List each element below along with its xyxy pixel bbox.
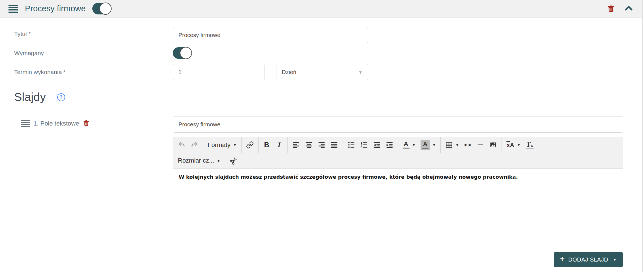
deadline-unit-select[interactable]: Dzień ▼	[276, 64, 368, 80]
chevron-down-icon: ▼	[432, 143, 436, 147]
drag-handle-icon[interactable]	[8, 5, 18, 13]
slide-item-content: Formaty▼BI123A▼A▼▼<>xA▼Tx Rozmiar cz...▼…	[173, 116, 623, 267]
toolbar-separator	[343, 137, 343, 153]
slide-item-row: 1. Pole tekstowe Formaty▼BI123A▼A▼▼<>xA▼…	[14, 116, 623, 267]
indent-icon	[386, 141, 393, 149]
font-size-button[interactable]: Rozmiar cz...▼	[175, 153, 223, 169]
outdent-button[interactable]	[370, 137, 383, 153]
chevron-down-icon: ▼	[517, 143, 521, 147]
indent-button[interactable]	[383, 137, 396, 153]
source-code-icon: <>	[464, 142, 472, 148]
title-label: Tytuł *	[14, 31, 173, 37]
slide-item-label: 1. Pole tekstowe	[33, 120, 79, 127]
slide-footer: + DODAJ SLAJD ▼	[173, 252, 623, 267]
chevron-up-icon	[624, 3, 634, 14]
font-size-label: Rozmiar cz...	[178, 157, 214, 164]
chevron-down-icon: ▼	[455, 143, 459, 147]
text-color-button[interactable]: A▼	[400, 137, 418, 153]
source-code-button[interactable]: <>	[462, 137, 474, 153]
add-slide-label: DODAJ SLAJD	[568, 256, 608, 263]
required-toggle[interactable]	[173, 47, 191, 59]
highlight-color-button[interactable]: A▼	[418, 137, 438, 153]
chevron-down-icon: ▼	[217, 159, 220, 163]
bullet-list-icon	[347, 141, 355, 149]
help-icon[interactable]: ?	[57, 93, 65, 101]
plus-icon: +	[560, 255, 564, 263]
toolbar-separator	[440, 137, 441, 153]
insert-image-button[interactable]	[487, 137, 500, 153]
text-color-icon: A	[403, 141, 410, 149]
clear-formatting-button[interactable]: Tx	[523, 137, 536, 153]
insert-link-icon	[246, 141, 254, 149]
bold-icon: B	[264, 141, 269, 149]
undo-icon	[178, 141, 185, 149]
insert-image-icon	[489, 141, 497, 149]
slide-item-controls: 1. Pole tekstowe	[14, 116, 173, 128]
horizontal-rule-icon	[477, 141, 484, 149]
chevron-down-icon: ▼	[412, 143, 416, 147]
delete-slide-button[interactable]	[83, 120, 90, 128]
cut-button[interactable]	[227, 153, 240, 169]
svg-text:3: 3	[361, 146, 362, 149]
chevron-down-icon: ▼	[358, 70, 362, 75]
panel-header: Procesy firmowe	[0, 0, 642, 18]
required-row: Wymagany	[14, 47, 623, 59]
panel-title: Procesy firmowe	[25, 4, 86, 13]
delete-panel-button[interactable]	[607, 4, 615, 13]
insert-table-icon	[445, 141, 453, 149]
align-justify-icon	[330, 141, 338, 149]
add-slide-button[interactable]: + DODAJ SLAJD ▼	[554, 252, 623, 267]
editor-content-area[interactable]: W kolejnych slajdach możesz przedstawić …	[173, 168, 623, 237]
outdent-icon	[373, 141, 381, 149]
align-left-button[interactable]	[290, 137, 302, 153]
horizontal-rule-button[interactable]	[474, 137, 487, 153]
toolbar-separator	[287, 137, 288, 153]
drag-handle-icon[interactable]	[21, 120, 30, 127]
formats-label: Formaty	[208, 141, 231, 149]
italic-icon: I	[278, 141, 281, 149]
bullet-list-button[interactable]	[345, 137, 358, 153]
slide-title-input[interactable]	[173, 116, 623, 133]
deadline-value-input[interactable]	[173, 64, 265, 80]
align-center-button[interactable]	[302, 137, 315, 153]
language-button[interactable]: xA▼	[504, 137, 523, 153]
toolbar-separator	[258, 137, 259, 153]
redo-button[interactable]	[188, 137, 201, 153]
required-label: Wymagany	[14, 50, 173, 57]
slide-editor-panel: Procesy firmowe Tytuł * Wymagany	[0, 0, 643, 272]
trash-icon	[607, 4, 615, 13]
chevron-down-icon: ▼	[233, 143, 237, 147]
align-right-icon	[318, 141, 325, 149]
clear-formatting-icon: Tx	[526, 141, 534, 148]
editor-toolbar-row2: Rozmiar cz...▼	[173, 153, 623, 168]
title-input[interactable]	[173, 27, 368, 43]
align-left-icon	[292, 141, 300, 149]
align-justify-button[interactable]	[328, 137, 341, 153]
numbered-list-icon: 123	[360, 141, 368, 149]
formats-button[interactable]: Formaty▼	[205, 137, 239, 153]
redo-icon	[191, 141, 198, 149]
panel-enabled-toggle[interactable]	[92, 3, 110, 14]
toggle-knob	[180, 47, 192, 59]
insert-table-button[interactable]: ▼	[443, 137, 462, 153]
align-center-icon	[305, 141, 313, 149]
trash-icon	[83, 120, 90, 128]
panel-header-actions	[607, 3, 634, 14]
bold-button[interactable]: B	[261, 137, 273, 153]
rich-text-editor: Formaty▼BI123A▼A▼▼<>xA▼Tx Rozmiar cz...▼…	[173, 137, 623, 237]
collapse-panel-button[interactable]	[624, 3, 634, 14]
insert-link-button[interactable]	[244, 137, 256, 153]
chevron-down-icon: ▼	[613, 257, 617, 262]
panel-body: Tytuł * Wymagany Termin wykonania * Dzie…	[0, 18, 642, 267]
numbered-list-button[interactable]: 123	[358, 137, 370, 153]
editor-paragraph: W kolejnych slajdach możesz przedstawić …	[179, 173, 617, 181]
toolbar-separator	[225, 153, 225, 169]
undo-button[interactable]	[175, 137, 188, 153]
slides-section-header: Slajdy ?	[14, 90, 623, 104]
align-right-button[interactable]	[315, 137, 328, 153]
editor-toolbar-row1: Formaty▼BI123A▼A▼▼<>xA▼Tx	[173, 137, 623, 153]
deadline-unit-value: Dzień	[282, 69, 296, 75]
deadline-label: Termin wykonania *	[14, 69, 173, 75]
toolbar-separator	[502, 137, 502, 153]
italic-button[interactable]: I	[273, 137, 285, 153]
